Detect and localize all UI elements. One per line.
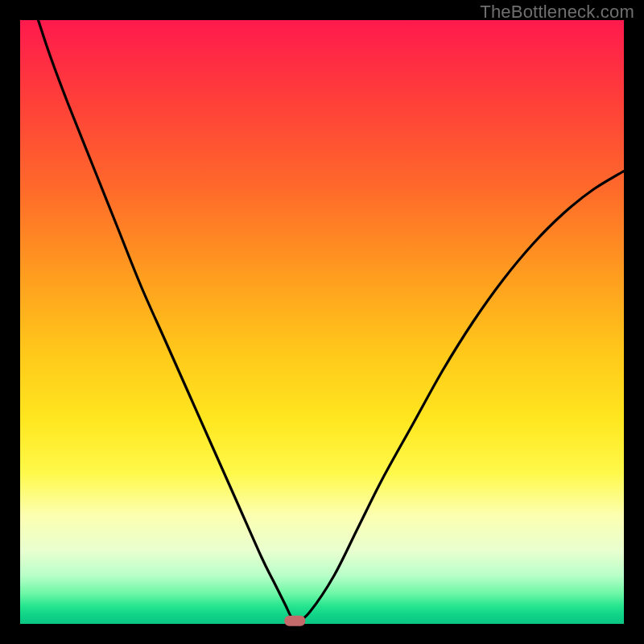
bottleneck-curve-svg	[20, 20, 624, 624]
gradient-plot-area	[20, 20, 624, 624]
chart-frame: TheBottleneck.com	[0, 0, 644, 644]
bottleneck-curve-path	[39, 20, 625, 621]
minimum-marker	[284, 616, 305, 626]
